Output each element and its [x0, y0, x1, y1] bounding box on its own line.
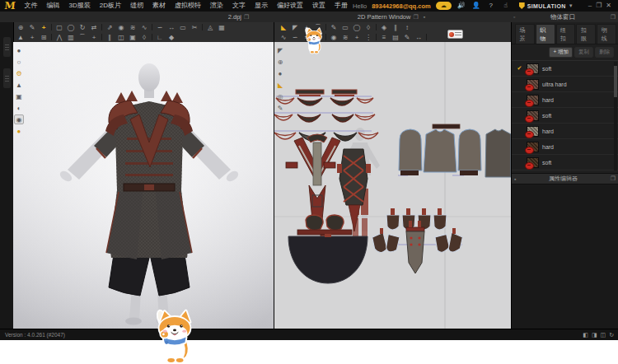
- curve-edit-icon[interactable]: ⌒: [77, 33, 88, 42]
- pose-sync-icon[interactable]: ▲: [14, 80, 24, 90]
- fabric-check-icon[interactable]: ✔: [516, 65, 523, 72]
- close-icon[interactable]: ✕: [606, 1, 611, 11]
- dart-tool-icon[interactable]: ◊: [363, 23, 374, 32]
- pattern-2d-canvas[interactable]: [274, 42, 511, 329]
- pen-2d-icon[interactable]: ✎: [328, 23, 339, 32]
- layout-3d2d-icon[interactable]: ◧: [583, 332, 588, 338]
- fabric-row[interactable]: ultra hard: [512, 77, 618, 92]
- collapse-icon[interactable]: ▪: [421, 14, 428, 20]
- fabric-swatch[interactable]: [527, 79, 539, 90]
- layout-3d-icon[interactable]: ◨: [592, 332, 597, 338]
- delete-fabric-button[interactable]: 删除: [595, 47, 614, 58]
- grainline-icon[interactable]: ↕: [401, 23, 413, 32]
- speaker-icon[interactable]: 🔊: [456, 1, 466, 11]
- tape-icon[interactable]: ▭: [177, 23, 189, 32]
- pen-3d-icon[interactable]: ✎: [26, 23, 38, 32]
- sew-free-icon[interactable]: ∽: [154, 23, 166, 32]
- tack-icon[interactable]: +: [26, 33, 38, 42]
- basting-icon[interactable]: ⋮: [363, 33, 374, 42]
- gear-icon[interactable]: ⚙: [14, 68, 24, 78]
- pen-mini-icon[interactable]: ✎: [275, 103, 285, 113]
- help-icon[interactable]: ?: [486, 1, 496, 11]
- node-black-icon[interactable]: ●: [275, 68, 285, 78]
- minimize-icon[interactable]: –: [588, 1, 592, 11]
- seam-icon[interactable]: ∥: [104, 33, 115, 42]
- undock-icon[interactable]: ❐: [608, 175, 618, 182]
- viewport-2d[interactable]: ◤⊕●◣◎✎: [274, 42, 511, 329]
- garment-window-title[interactable]: 2.dpj ❐: [206, 12, 274, 22]
- trace-icon[interactable]: ◈: [378, 23, 390, 32]
- fabric-row[interactable]: skirt: [512, 170, 618, 173]
- transform-sketch-icon[interactable]: ◣: [278, 23, 289, 32]
- collapsed-library-tab[interactable]: [3, 37, 11, 57]
- rotate-icon[interactable]: ↻: [77, 23, 88, 32]
- circle-tool-icon[interactable]: ◯: [351, 23, 363, 32]
- scale-icon[interactable]: ⇗: [104, 23, 115, 32]
- undock-icon[interactable]: ❐: [410, 14, 420, 21]
- menu-4[interactable]: 2D板片: [95, 0, 125, 12]
- notch-icon[interactable]: ∟: [154, 33, 166, 42]
- menu-10[interactable]: 显示: [250, 0, 272, 12]
- fabric-swatch[interactable]: [527, 157, 539, 168]
- fabric-swatch[interactable]: [527, 142, 539, 152]
- pin-box-icon[interactable]: ⊞: [38, 33, 49, 42]
- translate-icon[interactable]: ⊕: [15, 23, 26, 32]
- menu-11[interactable]: 偏好设置: [272, 0, 307, 12]
- color-picker-widget[interactable]: [447, 30, 463, 39]
- menu-13[interactable]: 手册: [330, 0, 352, 12]
- fabric-row[interactable]: soft: [512, 108, 618, 124]
- fabric-swatch[interactable]: [527, 126, 539, 137]
- scene-sphere-icon[interactable]: ●: [14, 45, 24, 55]
- garment-3d-canvas[interactable]: [13, 42, 274, 329]
- tab-织物[interactable]: 织物: [536, 24, 555, 44]
- tab-纽扣[interactable]: 纽扣: [556, 24, 576, 44]
- fold-icon[interactable]: ⋀: [54, 33, 65, 42]
- copy-fabric-button[interactable]: 复制: [574, 47, 593, 58]
- add-pin-icon[interactable]: +: [38, 23, 49, 32]
- pan-icon[interactable]: ⊕: [275, 57, 285, 67]
- menu-6[interactable]: 素材: [147, 0, 170, 12]
- fabric-row[interactable]: hard: [512, 92, 618, 108]
- wind-icon[interactable]: ≋: [127, 23, 138, 32]
- tab-明线[interactable]: 明线: [597, 24, 616, 44]
- add-fabric-button[interactable]: + 增加: [549, 47, 573, 58]
- reset-layout-icon[interactable]: ↻: [609, 332, 614, 338]
- bust-focus-icon[interactable]: ◉: [14, 114, 24, 124]
- fabric-swatch[interactable]: [527, 173, 539, 174]
- wedge-icon[interactable]: ◣: [275, 80, 285, 90]
- measure-2d-icon[interactable]: ↔: [413, 33, 424, 42]
- undock-icon[interactable]: ❐: [608, 14, 618, 21]
- fabric-swatch[interactable]: [527, 63, 539, 74]
- annotate-icon[interactable]: ✎: [401, 33, 413, 42]
- fabric-row[interactable]: hard: [512, 139, 618, 155]
- menu-9[interactable]: 文字: [227, 0, 250, 12]
- cursor-2d-icon[interactable]: ◤: [275, 45, 285, 55]
- offset-icon[interactable]: ▣: [127, 33, 138, 42]
- grade-icon[interactable]: ▤: [390, 33, 401, 42]
- dart-icon[interactable]: ◊: [138, 33, 150, 42]
- menu-5[interactable]: 缝纫: [125, 0, 147, 12]
- simulation-button[interactable]: SIMULATION ▼: [516, 2, 577, 9]
- mirror-icon[interactable]: ◫: [115, 33, 127, 42]
- sew-free-2d-icon[interactable]: ∽: [289, 33, 301, 42]
- maximize-icon[interactable]: ❐: [596, 1, 602, 11]
- fabric-row[interactable]: ✔soft: [512, 61, 618, 77]
- pin-icon[interactable]: ◉: [115, 23, 127, 32]
- rect-tool-icon[interactable]: ▭: [339, 23, 351, 32]
- seam-allowance-icon[interactable]: ∥: [390, 23, 401, 32]
- steam-icon[interactable]: ≡: [378, 33, 390, 42]
- fit-map-icon[interactable]: ▣: [14, 91, 24, 101]
- avatar-display-icon[interactable]: ●: [14, 126, 24, 136]
- fabric-swatch[interactable]: [527, 95, 539, 105]
- show-box-icon[interactable]: ▢: [54, 23, 65, 32]
- elastic-icon[interactable]: ≋: [339, 33, 351, 42]
- strengthen-icon[interactable]: ◆: [166, 33, 177, 42]
- edit-sew-icon[interactable]: ∿: [278, 33, 289, 42]
- pin-2d-icon[interactable]: ◉: [328, 33, 339, 42]
- collapsed-history-tab[interactable]: [3, 68, 11, 88]
- menu-1[interactable]: 文件: [20, 0, 42, 12]
- fabric-row[interactable]: soft: [512, 155, 618, 170]
- measure-icon[interactable]: ↔: [166, 23, 177, 32]
- wire-sphere-icon[interactable]: ○: [14, 57, 24, 67]
- cloud-sync-button[interactable]: ☁: [436, 2, 452, 10]
